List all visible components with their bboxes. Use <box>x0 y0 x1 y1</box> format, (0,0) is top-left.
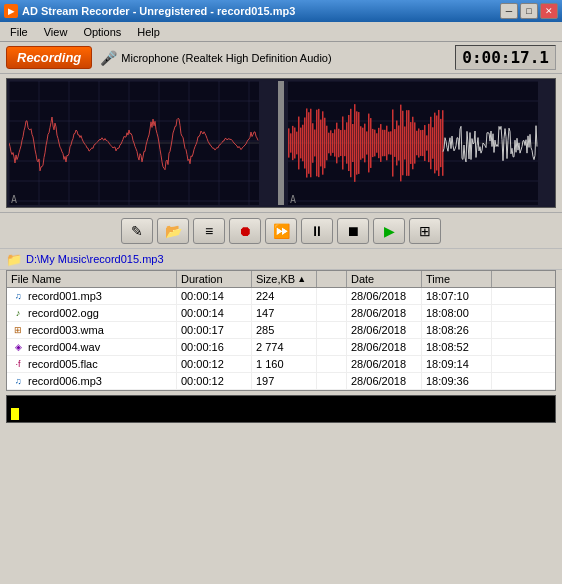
menu-view[interactable]: View <box>36 24 76 40</box>
file-type-icon: ♫ <box>11 375 25 387</box>
table-row[interactable]: ⊞ record003.wma 00:00:17 285 28/06/2018 … <box>7 322 555 339</box>
table-row[interactable]: ·f record005.flac 00:00:12 1 160 28/06/2… <box>7 356 555 373</box>
cell-time: 18:08:26 <box>422 322 492 338</box>
file-list-area[interactable]: File Name Duration Size,KB ▲ Date Time ♫… <box>6 270 556 391</box>
cell-date: 28/06/2018 <box>347 373 422 389</box>
cell-empty <box>317 322 347 338</box>
pause-button[interactable]: ⏸ <box>301 218 333 244</box>
file-type-icon: ⊞ <box>11 324 25 336</box>
cell-time: 18:08:00 <box>422 305 492 321</box>
filename-text: record004.wav <box>28 341 100 353</box>
folder-icon: 📁 <box>6 252 22 267</box>
minimize-button[interactable]: ─ <box>500 3 518 19</box>
waveform-divider <box>278 81 284 205</box>
cell-filename: ♫ record001.mp3 <box>7 288 177 304</box>
cell-time: 18:09:14 <box>422 356 492 372</box>
cell-duration: 00:00:12 <box>177 373 252 389</box>
cell-duration: 00:00:16 <box>177 339 252 355</box>
col-duration[interactable]: Duration <box>177 271 252 287</box>
cell-date: 28/06/2018 <box>347 288 422 304</box>
sort-arrow-icon: ▲ <box>297 274 306 284</box>
menu-bar: File View Options Help <box>0 22 562 42</box>
filename-text: record006.mp3 <box>28 375 102 387</box>
waveform-right <box>288 81 553 205</box>
cell-filename: ♪ record002.ogg <box>7 305 177 321</box>
cell-duration: 00:00:12 <box>177 356 252 372</box>
cell-size: 285 <box>252 322 317 338</box>
cell-duration: 00:00:14 <box>177 288 252 304</box>
cell-empty <box>317 288 347 304</box>
close-button[interactable]: ✕ <box>540 3 558 19</box>
file-type-icon: ·f <box>11 358 25 370</box>
cell-size: 224 <box>252 288 317 304</box>
file-rows-container: ♫ record001.mp3 00:00:14 224 28/06/2018 … <box>7 288 555 390</box>
cell-empty <box>317 356 347 372</box>
table-row[interactable]: ◈ record004.wav 00:00:16 2 774 28/06/201… <box>7 339 555 356</box>
waveform-left <box>9 81 274 205</box>
cell-filename: ⊞ record003.wma <box>7 322 177 338</box>
cell-duration: 00:00:17 <box>177 322 252 338</box>
file-type-icon: ♪ <box>11 307 25 319</box>
filename-text: record003.wma <box>28 324 104 336</box>
col-time[interactable]: Time <box>422 271 492 287</box>
menu-help[interactable]: Help <box>129 24 168 40</box>
new-button[interactable]: ✎ <box>121 218 153 244</box>
stop-button[interactable]: ⏹ <box>337 218 369 244</box>
table-row[interactable]: ♫ record001.mp3 00:00:14 224 28/06/2018 … <box>7 288 555 305</box>
cell-filename: ◈ record004.wav <box>7 339 177 355</box>
mic-label: Microphone (Realtek High Definition Audi… <box>121 52 331 64</box>
cell-date: 28/06/2018 <box>347 339 422 355</box>
cell-duration: 00:00:14 <box>177 305 252 321</box>
cell-time: 18:09:36 <box>422 373 492 389</box>
filepath-bar: 📁 D:\My Music\record015.mp3 <box>0 248 562 270</box>
cell-empty <box>317 305 347 321</box>
col-filename[interactable]: File Name <box>7 271 177 287</box>
col-date[interactable]: Date <box>347 271 422 287</box>
cell-size: 1 160 <box>252 356 317 372</box>
recording-badge: Recording <box>6 46 92 69</box>
title-bar: ▶ AD Stream Recorder - Unregistered - re… <box>0 0 562 22</box>
forward-button[interactable]: ⏩ <box>265 218 297 244</box>
table-row[interactable]: ♪ record002.ogg 00:00:14 147 28/06/2018 … <box>7 305 555 322</box>
table-row[interactable]: ♫ record006.mp3 00:00:12 197 28/06/2018 … <box>7 373 555 390</box>
cell-filename: ♫ record006.mp3 <box>7 373 177 389</box>
menu-options[interactable]: Options <box>75 24 129 40</box>
controls-bar: ✎ 📂 ≡ ⏺ ⏩ ⏸ ⏹ ▶ ⊞ <box>0 212 562 248</box>
cell-size: 197 <box>252 373 317 389</box>
col-empty <box>317 271 347 287</box>
bottom-console <box>6 395 556 423</box>
list-button[interactable]: ≡ <box>193 218 225 244</box>
cell-size: 147 <box>252 305 317 321</box>
cell-size: 2 774 <box>252 339 317 355</box>
filename-text: record001.mp3 <box>28 290 102 302</box>
col-size[interactable]: Size,KB ▲ <box>252 271 317 287</box>
maximize-button[interactable]: □ <box>520 3 538 19</box>
cell-filename: ·f record005.flac <box>7 356 177 372</box>
file-type-icon: ♫ <box>11 290 25 302</box>
record-button[interactable]: ⏺ <box>229 218 261 244</box>
cursor <box>11 408 19 420</box>
cell-time: 18:08:52 <box>422 339 492 355</box>
cell-time: 18:07:10 <box>422 288 492 304</box>
play-button[interactable]: ▶ <box>373 218 405 244</box>
filename-text: record002.ogg <box>28 307 99 319</box>
open-button[interactable]: 📂 <box>157 218 189 244</box>
cell-date: 28/06/2018 <box>347 305 422 321</box>
file-list-header: File Name Duration Size,KB ▲ Date Time <box>7 271 555 288</box>
mic-area: 🎤 Microphone (Realtek High Definition Au… <box>100 50 447 66</box>
recording-bar: Recording 🎤 Microphone (Realtek High Def… <box>0 42 562 74</box>
cell-date: 28/06/2018 <box>347 322 422 338</box>
waveform-area <box>6 78 556 208</box>
cell-date: 28/06/2018 <box>347 356 422 372</box>
filepath-text: D:\My Music\record015.mp3 <box>26 253 164 265</box>
cell-empty <box>317 373 347 389</box>
window-title: AD Stream Recorder - Unregistered - reco… <box>22 5 295 17</box>
time-display: 0:00:17.1 <box>455 45 556 70</box>
filename-text: record005.flac <box>28 358 98 370</box>
menu-file[interactable]: File <box>2 24 36 40</box>
file-type-icon: ◈ <box>11 341 25 353</box>
microphone-icon: 🎤 <box>100 50 117 66</box>
app-icon: ▶ <box>4 4 18 18</box>
cell-empty <box>317 339 347 355</box>
grid-button[interactable]: ⊞ <box>409 218 441 244</box>
